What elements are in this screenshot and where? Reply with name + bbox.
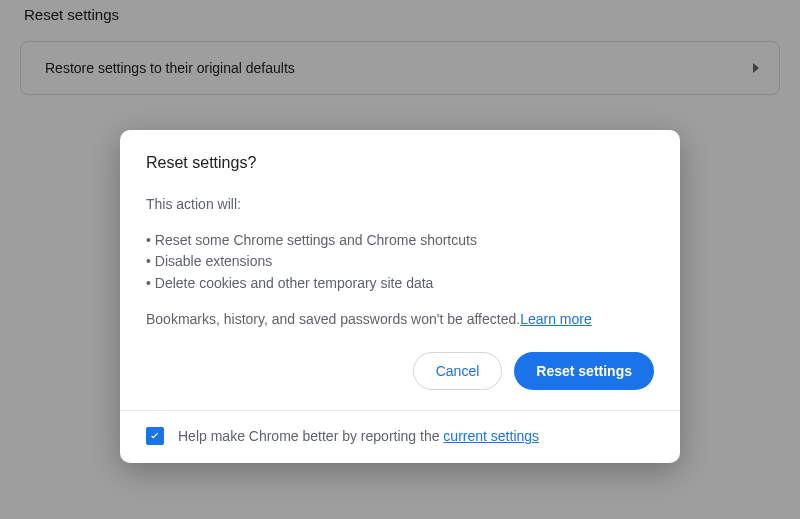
dialog-footer: Help make Chrome better by reporting the… <box>120 410 680 463</box>
checkmark-icon <box>148 429 162 443</box>
modal-overlay: Reset settings? This action will: • Rese… <box>0 0 800 519</box>
dialog-body: Reset settings? This action will: • Rese… <box>120 130 680 410</box>
dialog-title: Reset settings? <box>146 154 654 172</box>
learn-more-link[interactable]: Learn more <box>520 311 592 327</box>
dialog-bullet-list: • Reset some Chrome settings and Chrome … <box>146 230 654 295</box>
dialog-button-row: Cancel Reset settings <box>146 352 654 390</box>
footer-text: Help make Chrome better by reporting the… <box>178 428 539 444</box>
dialog-lead-text: This action will: <box>146 194 654 216</box>
reset-settings-button[interactable]: Reset settings <box>514 352 654 390</box>
cancel-button[interactable]: Cancel <box>413 352 503 390</box>
current-settings-link[interactable]: current settings <box>443 428 539 444</box>
dialog-bullet: • Delete cookies and other temporary sit… <box>146 273 654 295</box>
report-settings-checkbox[interactable] <box>146 427 164 445</box>
dialog-bullet: • Reset some Chrome settings and Chrome … <box>146 230 654 252</box>
dialog-bullet: • Disable extensions <box>146 251 654 273</box>
dialog-footnote: Bookmarks, history, and saved passwords … <box>146 309 654 331</box>
reset-settings-dialog: Reset settings? This action will: • Rese… <box>120 130 680 463</box>
